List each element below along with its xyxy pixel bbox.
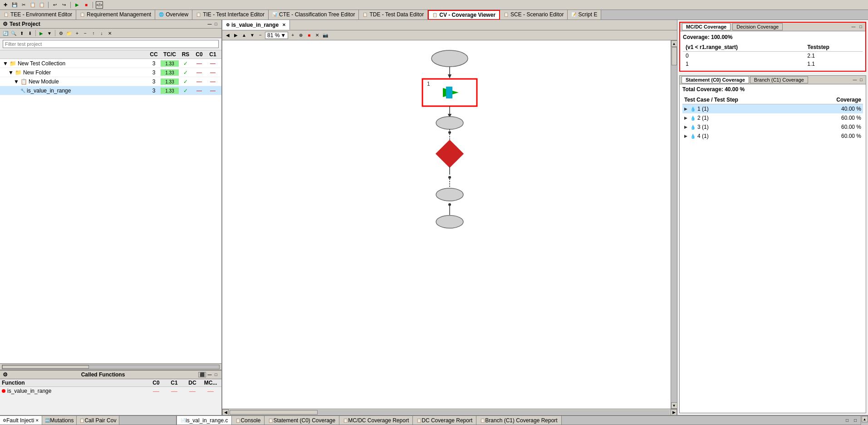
add-icon[interactable]: + [74,29,81,37]
tab-cv[interactable]: 📋 CV - Coverage Viewer [428,10,500,20]
delete-icon[interactable]: ✕ [106,29,113,37]
cv-tab-statement[interactable]: Statement (C0) Coverage [682,76,749,83]
code-icon[interactable]: </> [96,1,103,9]
minimize-btn[interactable]: — [207,21,212,27]
redo-icon[interactable]: ↪ [60,1,68,9]
hscrollbar-track[interactable] [2,365,220,369]
tab-mutations[interactable]: 🔤 Mutations [42,416,77,425]
code-tab-stmt[interactable]: 📋 Statement (C0) Coverage [265,416,339,425]
remove-icon[interactable]: − [82,29,89,37]
cut-icon[interactable]: ✂ [20,1,27,9]
tab-cte[interactable]: 📊 CTE - Classification Tree Editor [269,10,359,20]
vscroll-down-btn[interactable]: ▼ [671,402,677,409]
cv-s2-maximize[interactable]: □ [858,77,864,83]
filter-icon[interactable]: 🔍 [10,29,17,37]
diagram-nav-back[interactable]: ◀ [224,32,231,39]
vscroll-up-btn[interactable]: ▲ [671,40,677,47]
settings-icon[interactable]: ⚙ [57,29,64,37]
diagram-zoom-in[interactable]: + [289,32,296,39]
diagram-tab[interactable]: ⚙ is_value_in_range ✕ [222,20,290,30]
tree-row-function[interactable]: 🔧 is_value_in_range 3 1.33 ✓ — — [0,86,221,95]
tab-script[interactable]: 📝 Script E [568,10,601,20]
tab-tee[interactable]: 📋 TEE - Environment Editor [0,10,76,20]
cv-table-row-1[interactable]: 1 1.1 [683,60,863,68]
cv-row3-expand[interactable]: ▶ [684,125,687,129]
tab-fault-injection[interactable]: ⚙ Fault Injecti ✕ [0,416,42,425]
cf-toggle-btn[interactable]: ⬛ [198,372,206,377]
cv-list-row-1[interactable]: ▶ 💧 1 (1) 40.00 % [682,104,863,113]
folder-icon[interactable]: 📁 [65,29,73,37]
diagram-nav-up[interactable]: ▲ [240,32,248,39]
bottom-right-vscrollbar[interactable]: ▲ ▼ [861,416,868,425]
collapse-icon[interactable]: ⬆ [18,29,25,37]
run-dropdown-icon[interactable]: ▼ [46,29,53,37]
cv-list-row-2[interactable]: ▶ 💧 2 (1) 60.00 % [682,113,863,122]
cv-tab-mcdc[interactable]: MC/DC Coverage [682,23,731,30]
cf-row-function[interactable]: is_value_in_range — — — — [0,387,221,395]
code-tab-branch-report[interactable]: 📋 Branch (C1) Coverage Report [476,416,561,425]
cv-list-row-4[interactable]: ▶ 💧 4 (1) 60.00 % [682,132,863,141]
code-minimize-btn[interactable]: □ [843,417,851,424]
tree-row-folder[interactable]: ▼ 📁 New Folder 3 1.33 ✓ — — [0,68,221,77]
copy-icon[interactable]: 📋 [29,1,36,9]
cf-minimize[interactable]: — [207,372,212,377]
diagram-fit-icon[interactable]: ⊕ [297,32,304,39]
cv-row2-expand[interactable]: ▶ [684,116,687,120]
cv-tab-decision[interactable]: Decision Coverage [732,23,783,30]
hscroll-right-btn[interactable]: ▶ [671,409,677,415]
hscrollbar-thumb[interactable] [2,365,89,369]
cv-s2-minimize[interactable]: — [852,77,858,83]
tab-req[interactable]: 📋 Requirement Management [76,10,155,20]
cv-row4-expand[interactable]: ▶ [684,134,687,138]
bottom-vscroll-up[interactable]: ▲ [862,416,868,422]
tab-sce[interactable]: 📋 SCE - Scenario Editor [500,10,568,20]
cv-list-row-3[interactable]: ▶ 💧 3 (1) 60.00 % [682,122,863,132]
undo-icon[interactable]: ↩ [51,1,59,9]
up-icon[interactable]: ↑ [90,29,97,37]
code-maximize-btn[interactable]: □ [852,417,859,424]
diagram-nav-down[interactable]: ▼ [249,32,256,39]
hscroll-thumb[interactable] [230,410,318,415]
diagram-close-icon[interactable]: ✕ [314,32,321,39]
run-icon[interactable]: ▶ [74,1,81,9]
diagram-stop-icon[interactable]: ■ [305,32,313,39]
cv-row1-expand[interactable]: ▶ [684,107,687,111]
cv-s1-minimize[interactable]: — [851,24,856,29]
run-test-icon[interactable]: ▶ [38,29,45,37]
maximize-btn[interactable]: □ [213,21,219,27]
paste-icon[interactable]: 📋 [38,1,45,9]
diagram-export-icon[interactable]: 📷 [322,32,329,39]
cv-s1-maximize[interactable]: □ [858,24,863,29]
save-icon[interactable]: 💾 [11,1,18,9]
tree-row-collection[interactable]: ▼ 📁 New Test Collection 3 1.33 ✓ — — [0,59,221,68]
diagram-vscrollbar[interactable]: ▲ ▼ [671,40,677,409]
cv-tab-branch[interactable]: Branch (C1) Coverage [750,76,808,83]
zoom-dropdown-icon[interactable]: ▼ [280,32,286,39]
new-icon[interactable]: ✚ [2,1,9,9]
diagram-zoom-out[interactable]: − [257,32,264,39]
vscroll-thumb[interactable] [672,47,677,65]
tab-tie[interactable]: 📋 TIE - Test Interface Editor [192,10,269,20]
tree-row-module[interactable]: ▼ 📋 New Module 3 1.33 ✓ — — [0,77,221,86]
cf-maximize[interactable]: □ [213,372,219,377]
diagram-tab-close[interactable]: ✕ [282,23,286,27]
tab-overview[interactable]: 🌐 Overview [155,10,192,20]
vscroll-track[interactable] [671,47,677,402]
tree-hscrollbar[interactable] [0,363,221,370]
refresh-icon[interactable]: 🔄 [2,29,9,37]
diagram-hscrollbar[interactable]: ◀ ▶ [222,409,677,415]
filter-input[interactable] [3,40,219,48]
code-tab-file[interactable]: 📄 is_val_in_range.c [177,416,232,425]
code-tab-console[interactable]: 📋 Console [232,416,265,425]
hscroll-track[interactable] [230,410,670,415]
tab-call-pair[interactable]: 📋 Call Pair Cov [77,416,119,425]
diagram-nav-fwd[interactable]: ▶ [232,32,240,39]
cv-table-row-0[interactable]: 0 2.1 [683,52,863,60]
hscroll-left-btn[interactable]: ◀ [222,409,229,415]
fault-close[interactable]: ✕ [35,418,39,423]
down-icon[interactable]: ↓ [98,29,105,37]
bottom-vscroll-track[interactable] [862,422,868,425]
code-tab-dc-report[interactable]: 📋 DC Coverage Report [413,416,476,425]
tab-tde[interactable]: 📋 TDE - Test Data Editor [359,10,428,20]
zoom-control[interactable]: 81 % ▼ [265,32,288,39]
